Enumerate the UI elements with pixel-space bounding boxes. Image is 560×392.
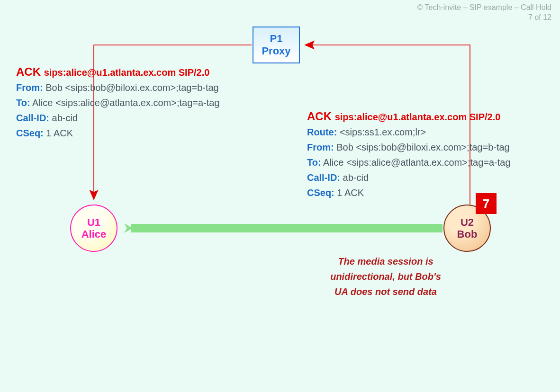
sip-right-from-key: From: (307, 142, 334, 152)
alice-label-2: Alice (81, 228, 107, 240)
proxy-node: P1 Proxy (253, 27, 300, 63)
sip-right-method: ACK (307, 110, 332, 123)
sip-right-uri: sips:alice@u1.atlanta.ex.com SIP/2.0 (335, 112, 501, 122)
proxy-label-2: Proxy (262, 45, 290, 57)
attribution: © Tech-invite – SIP example – Call Hold … (417, 3, 551, 23)
sip-left-to: To: Alice <sips:alice@atlanta.ex.com>;ta… (16, 95, 253, 110)
bob-label-1: U2 (461, 216, 474, 228)
sip-left-to-key: To: (16, 98, 30, 108)
sip-left-request-line: ACK sips:alice@u1.atlanta.ex.com SIP/2.0 (16, 64, 253, 80)
sip-left-cseq-val: 1 ACK (44, 128, 73, 138)
sip-right-cseq-key: CSeq: (307, 187, 334, 198)
sip-left-cseq-key: CSeq: (16, 128, 44, 138)
sip-right-route: Route: <sips:ss1.ex.com;lr> (307, 125, 553, 140)
sip-msg-left: ACK sips:alice@u1.atlanta.ex.com SIP/2.0… (16, 64, 253, 141)
attribution-line2: 7 of 12 (417, 13, 551, 23)
alice-node: U1 Alice (70, 205, 117, 252)
sip-left-callid-key: Call-ID: (16, 113, 49, 123)
sip-right-to-key: To: (307, 157, 321, 168)
sip-right-to-val: Alice <sips:alice@atlanta.ex.com>;tag=a-… (321, 157, 511, 168)
sip-left-to-val: Alice <sips:alice@atlanta.ex.com>;tag=a-… (30, 98, 220, 108)
sip-right-callid: Call-ID: ab-cid (307, 170, 553, 185)
bob-label-2: Bob (457, 228, 478, 240)
sip-right-from-val: Bob <sips:bob@biloxi.ex.com>;tag=b-tag (334, 142, 510, 152)
sip-left-from-key: From: (16, 82, 43, 93)
proxy-label-1: P1 (270, 33, 283, 45)
attribution-line1: © Tech-invite – SIP example – Call Hold (417, 3, 551, 11)
sip-right-callid-val: ab-cid (340, 172, 369, 183)
sip-left-method: ACK (16, 65, 41, 78)
sip-right-route-key: Route: (307, 127, 337, 137)
sip-left-from: From: Bob <sips:bob@biloxi.ex.com>;tag=b… (16, 80, 253, 95)
sip-msg-right: ACK sips:alice@u1.atlanta.ex.com SIP/2.0… (307, 109, 553, 200)
media-note: The media session is unidirectional, but… (324, 254, 447, 299)
alice-label-1: U1 (87, 216, 100, 228)
sip-right-from: From: Bob <sips:bob@biloxi.ex.com>;tag=b… (307, 140, 553, 155)
sip-left-cseq: CSeq: 1 ACK (16, 125, 253, 141)
sip-left-from-val: Bob <sips:bob@biloxi.ex.com>;tag=b-tag (43, 82, 219, 93)
sip-right-request-line: ACK sips:alice@u1.atlanta.ex.com SIP/2.0 (307, 109, 553, 125)
sip-right-cseq-val: 1 ACK (334, 187, 364, 198)
sip-right-callid-key: Call-ID: (307, 172, 340, 183)
sip-right-route-val: <sips:ss1.ex.com;lr> (337, 127, 426, 137)
sip-right-to: To: Alice <sips:alice@atlanta.ex.com>;ta… (307, 155, 553, 170)
sip-left-callid-val: ab-cid (49, 113, 78, 123)
sip-right-cseq: CSeq: 1 ACK (307, 185, 553, 200)
sip-left-callid: Call-ID: ab-cid (16, 110, 253, 125)
sip-left-uri: sips:alice@u1.atlanta.ex.com SIP/2.0 (44, 67, 210, 78)
